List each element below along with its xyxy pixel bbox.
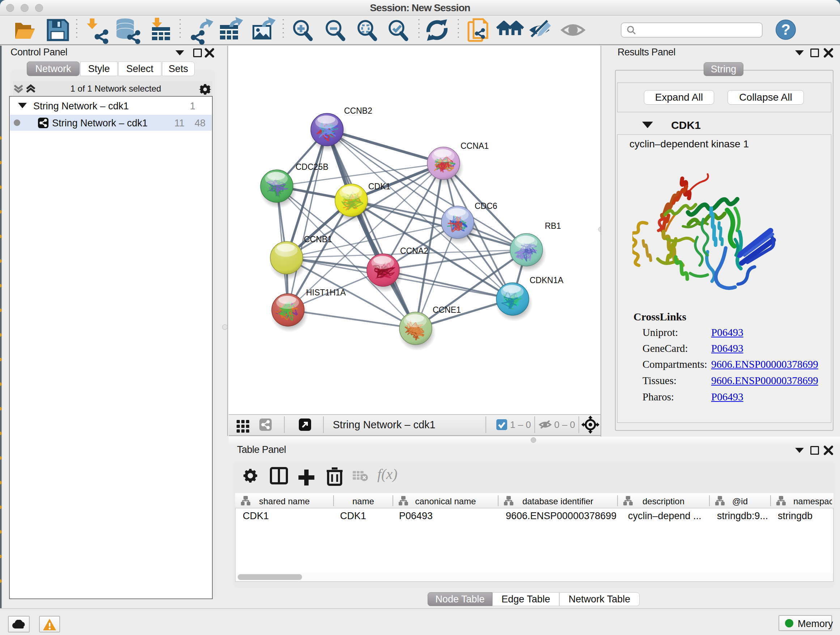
svg-text:String Network – cdk1: String Network – cdk1 bbox=[333, 419, 436, 431]
svg-text:CDKN1A: CDKN1A bbox=[530, 276, 564, 285]
svg-text:CDK1: CDK1 bbox=[368, 182, 390, 191]
svg-text:CDK1: CDK1 bbox=[243, 510, 269, 521]
svg-text:9606.ENSP00000378699: 9606.ENSP00000378699 bbox=[506, 510, 616, 521]
svg-text:description: description bbox=[643, 496, 684, 506]
svg-text:stringdb:9...: stringdb:9... bbox=[717, 510, 768, 521]
svg-text:CCNB2: CCNB2 bbox=[344, 106, 372, 116]
svg-text:CCNA2: CCNA2 bbox=[400, 246, 428, 256]
svg-text:P06493: P06493 bbox=[399, 510, 433, 521]
svg-text:CCNA1: CCNA1 bbox=[461, 141, 489, 150]
svg-text:CCNB1: CCNB1 bbox=[304, 234, 332, 244]
svg-text:HIST1H1A: HIST1H1A bbox=[306, 288, 346, 297]
svg-text:namespace: namespace bbox=[793, 496, 834, 506]
svg-text:@id: @id bbox=[732, 496, 748, 506]
svg-text:CCNE1: CCNE1 bbox=[433, 305, 461, 315]
svg-text:CDK1: CDK1 bbox=[340, 510, 366, 521]
svg-text:database identifier: database identifier bbox=[523, 496, 593, 506]
svg-text:shared name: shared name bbox=[259, 496, 309, 506]
svg-text:CDC6: CDC6 bbox=[475, 201, 497, 211]
svg-text:canonical name: canonical name bbox=[415, 496, 476, 506]
svg-text:name: name bbox=[352, 496, 374, 506]
svg-text:stringdb: stringdb bbox=[778, 510, 813, 521]
svg-text:f(x): f(x) bbox=[377, 466, 398, 482]
svg-text:CDC25B: CDC25B bbox=[295, 162, 328, 172]
svg-text:?: ? bbox=[781, 21, 790, 38]
svg-text:cyclin–depend ...: cyclin–depend ... bbox=[628, 510, 701, 521]
svg-text:0 – 0: 0 – 0 bbox=[554, 419, 575, 430]
svg-text:1 – 0: 1 – 0 bbox=[510, 419, 531, 430]
svg-text:RB1: RB1 bbox=[545, 221, 561, 231]
